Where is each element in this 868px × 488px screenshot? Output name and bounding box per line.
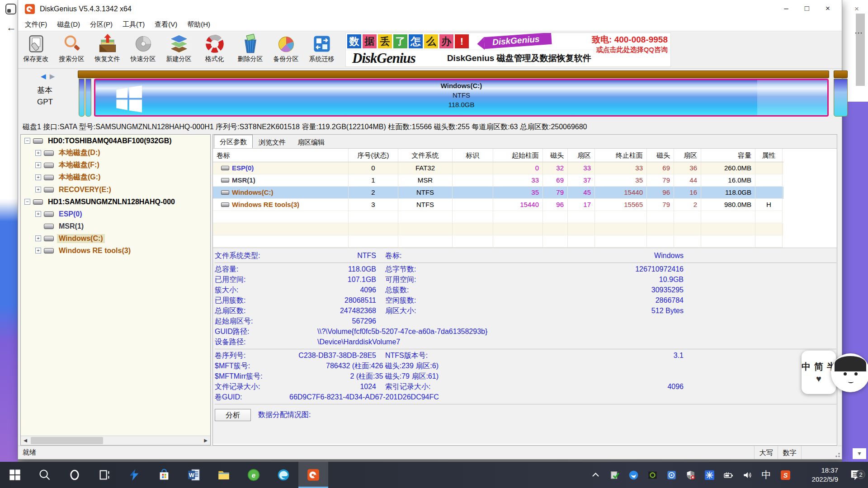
tree-item[interactable]: +RECOVERY(E:) bbox=[21, 183, 210, 196]
sogou-icon[interactable]: S bbox=[776, 470, 795, 480]
task-view-button[interactable] bbox=[90, 462, 119, 488]
ime-mode-item[interactable]: 简 bbox=[814, 361, 823, 373]
tab-sector-edit[interactable]: 扇区编辑 bbox=[292, 136, 330, 148]
menu-item-0[interactable]: 文件(F) bbox=[20, 18, 52, 31]
tray-expand-icon[interactable] bbox=[586, 470, 605, 480]
defender-icon[interactable] bbox=[681, 470, 700, 480]
tab-partition-params[interactable]: 分区参数 bbox=[214, 135, 253, 148]
disk-icon bbox=[44, 175, 54, 180]
menu-item-5[interactable]: 帮助(H) bbox=[182, 18, 215, 31]
toolbar-button-8[interactable]: 系统迁移 bbox=[304, 31, 340, 68]
tree-item[interactable]: +Windows(C:) bbox=[21, 232, 210, 244]
start-button[interactable] bbox=[0, 462, 30, 488]
partition-bar-windows-c[interactable]: Windows(C:) NTFS 118.0GB bbox=[94, 79, 829, 117]
collapse-icon[interactable]: − bbox=[24, 138, 30, 144]
volume-icon[interactable] bbox=[738, 470, 757, 480]
menu-item-1[interactable]: 磁盘(D) bbox=[52, 18, 85, 31]
toolbar-button-6[interactable]: 删除分区 bbox=[232, 31, 268, 68]
toolbar-button-5[interactable]: 格式化 bbox=[197, 31, 232, 68]
toolbar-button-2[interactable]: 恢复文件 bbox=[90, 31, 125, 68]
menu-item-3[interactable]: 工具(T) bbox=[118, 18, 150, 31]
task-check-icon[interactable] bbox=[605, 470, 624, 480]
tree-item[interactable]: +Windows RE tools(3) bbox=[21, 244, 210, 257]
ime-indicator[interactable]: 中 bbox=[757, 469, 776, 481]
tree-hscrollbar[interactable]: ◀ ▶ bbox=[21, 436, 210, 445]
notification-center-icon[interactable]: 2 bbox=[844, 468, 868, 482]
expand-icon[interactable]: + bbox=[35, 162, 41, 168]
cortana-button[interactable] bbox=[60, 462, 90, 488]
tab-browse-files[interactable]: 浏览文件 bbox=[253, 136, 292, 148]
scroll-left-icon[interactable]: ◀ bbox=[21, 436, 30, 445]
nvidia-icon[interactable] bbox=[643, 470, 662, 480]
taskbar-clock[interactable]: 18:37 2022/5/9 bbox=[795, 466, 838, 484]
table-row[interactable]: MSR(1)1MSR33693735794416.0MB bbox=[213, 174, 783, 187]
expand-icon[interactable]: + bbox=[35, 248, 41, 253]
tree-item[interactable]: +本地磁盘(D:) bbox=[21, 147, 210, 159]
tree-item[interactable]: −HD1:SAMSUNGMZNLN128HAHQ-000 bbox=[21, 196, 210, 208]
toolbar-button-4[interactable]: 新建分区 bbox=[161, 31, 197, 68]
tree-item[interactable]: +本地磁盘(F:) bbox=[21, 159, 210, 171]
detail-row: 文件记录大小:1024索引记录大小:4096 bbox=[215, 382, 837, 392]
browser-tab-icon[interactable] bbox=[5, 4, 16, 14]
menu-item-4[interactable]: 查看(V) bbox=[150, 18, 182, 31]
menu-item-2[interactable]: 分区(P) bbox=[85, 18, 118, 31]
battery-icon[interactable] bbox=[719, 470, 738, 480]
toolbar-label: 备份分区 bbox=[274, 55, 299, 63]
browser-close-icon[interactable]: × bbox=[849, 3, 864, 15]
partition-strip-re[interactable] bbox=[834, 79, 848, 117]
file-explorer-app[interactable] bbox=[209, 462, 239, 488]
expand-icon[interactable]: + bbox=[35, 187, 41, 192]
tree-item[interactable]: MSR(1) bbox=[21, 220, 210, 232]
expand-icon[interactable]: + bbox=[35, 211, 41, 217]
tree-item[interactable]: +ESP(0) bbox=[21, 208, 210, 220]
table-row[interactable]: ESP(0)0FAT3203233336936260.0MB bbox=[213, 162, 783, 174]
table-row[interactable]: Windows RE tools(3)3NTFS1544096171556579… bbox=[213, 199, 783, 211]
ad-banner[interactable]: 数据丢了怎么办! DiskGenius 致电: 400-008-9958 或点击… bbox=[346, 33, 670, 66]
expand-icon[interactable]: + bbox=[35, 235, 41, 241]
mascot-avatar[interactable] bbox=[831, 353, 868, 392]
snowflake-icon[interactable] bbox=[700, 470, 719, 480]
status-num: 数字 bbox=[778, 446, 801, 459]
toolbar-button-1[interactable]: 搜索分区 bbox=[54, 31, 90, 68]
diskgenius-app[interactable] bbox=[298, 462, 328, 488]
detail-label: 总字节数: bbox=[385, 264, 461, 275]
expand-icon[interactable]: + bbox=[35, 174, 41, 180]
analyze-button[interactable]: 分析 bbox=[215, 409, 251, 421]
heart-icon[interactable]: ♥ bbox=[816, 374, 821, 384]
word-app[interactable]: W bbox=[179, 462, 209, 488]
flash-app[interactable] bbox=[119, 462, 149, 488]
edge-app[interactable] bbox=[269, 462, 298, 488]
disk-next-icon[interactable]: ▶ bbox=[50, 72, 55, 80]
tree-item[interactable]: +本地磁盘(G:) bbox=[21, 171, 210, 183]
maximize-button[interactable]: □ bbox=[797, 0, 817, 18]
store-app[interactable] bbox=[149, 462, 179, 488]
minimize-button[interactable]: – bbox=[776, 0, 797, 18]
toolbar-button-0[interactable]: 保存更改 bbox=[18, 31, 54, 68]
toolbar-button-3[interactable]: 快速分区 bbox=[125, 31, 161, 68]
table-row[interactable]: Windows(C:)2NTFS357945154409616118.0GB bbox=[213, 187, 783, 199]
browser-back-icon[interactable]: ← bbox=[6, 22, 16, 33]
disk-prev-icon[interactable]: ◀ bbox=[41, 72, 46, 80]
expand-icon[interactable]: + bbox=[35, 150, 41, 156]
partition-strip-esp[interactable] bbox=[79, 79, 85, 117]
tree-item[interactable]: −HD0:TOSHIBAMQ04ABF100(932GB) bbox=[21, 135, 210, 147]
background-scrollbar[interactable] bbox=[856, 14, 865, 86]
collapse-icon[interactable]: − bbox=[24, 199, 30, 205]
toolbar-button-7[interactable]: 备份分区 bbox=[268, 31, 304, 68]
toolbar-label: 系统迁移 bbox=[309, 55, 335, 63]
browser-360-app[interactable]: e bbox=[239, 462, 269, 488]
resize-grip[interactable] bbox=[801, 446, 842, 459]
detail-row: 卷序列号:C238-DB37-38DB-28E5NTFS版本号:3.1 bbox=[215, 351, 837, 361]
ime-mode-item[interactable]: 中 bbox=[802, 361, 811, 373]
detail-value: 512 Bytes bbox=[461, 306, 684, 316]
intel-icon[interactable] bbox=[662, 470, 681, 480]
scroll-right-icon[interactable]: ▶ bbox=[201, 436, 210, 445]
taskbar-search[interactable] bbox=[30, 462, 60, 488]
dingtalk-icon[interactable] bbox=[624, 470, 643, 480]
scrollbar-thumb[interactable] bbox=[31, 437, 103, 444]
browser-more-icon[interactable]: ⋯ bbox=[852, 28, 865, 38]
table-cell bbox=[755, 174, 783, 187]
close-button[interactable]: × bbox=[817, 0, 838, 18]
scroll-down-icon[interactable]: ▾ bbox=[853, 448, 866, 459]
partition-strip-msr[interactable] bbox=[85, 79, 91, 117]
